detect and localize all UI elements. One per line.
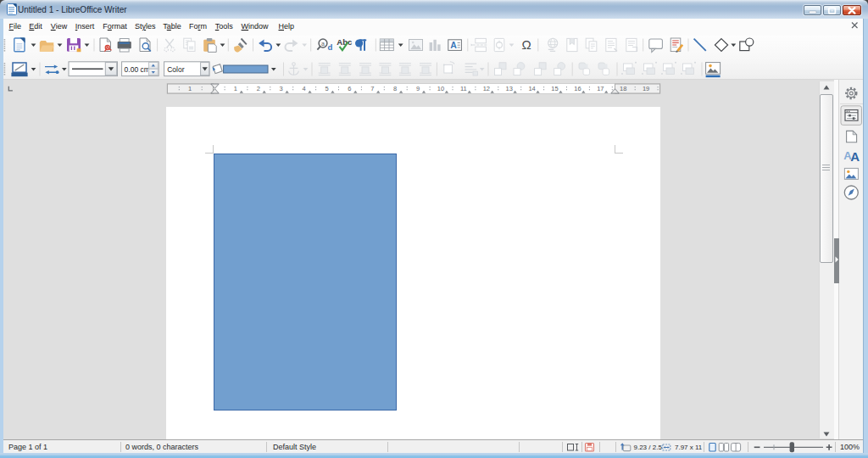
svg-text:Abc: Abc bbox=[337, 37, 352, 47]
svg-text:1: 1 bbox=[188, 85, 192, 92]
svg-text:8: 8 bbox=[393, 85, 397, 92]
svg-text:2: 2 bbox=[257, 85, 260, 92]
svg-text:A: A bbox=[850, 149, 860, 164]
svg-text:9: 9 bbox=[416, 85, 420, 92]
svg-text:6: 6 bbox=[348, 85, 351, 92]
svg-text:18: 18 bbox=[620, 85, 626, 92]
svg-text:3: 3 bbox=[280, 85, 283, 92]
svg-text:19: 19 bbox=[643, 85, 649, 92]
svg-text:d: d bbox=[327, 42, 332, 52]
svg-text:1: 1 bbox=[234, 85, 237, 92]
svg-text:a: a bbox=[321, 41, 325, 47]
svg-text:13: 13 bbox=[506, 85, 513, 92]
svg-text:17: 17 bbox=[597, 85, 604, 92]
svg-text:Ω: Ω bbox=[521, 37, 531, 52]
svg-text:16: 16 bbox=[574, 85, 581, 92]
svg-text:Color: Color bbox=[167, 65, 184, 74]
svg-text:5: 5 bbox=[325, 85, 328, 92]
svg-text:11: 11 bbox=[460, 85, 467, 92]
svg-text:10: 10 bbox=[437, 85, 444, 92]
svg-text:A: A bbox=[450, 40, 457, 50]
svg-text:0.00 cm: 0.00 cm bbox=[125, 65, 150, 74]
svg-text:14: 14 bbox=[528, 85, 535, 92]
svg-text:12: 12 bbox=[483, 85, 490, 92]
svg-text:4: 4 bbox=[303, 85, 306, 92]
svg-text:7: 7 bbox=[370, 85, 374, 92]
svg-text:15: 15 bbox=[551, 85, 558, 92]
